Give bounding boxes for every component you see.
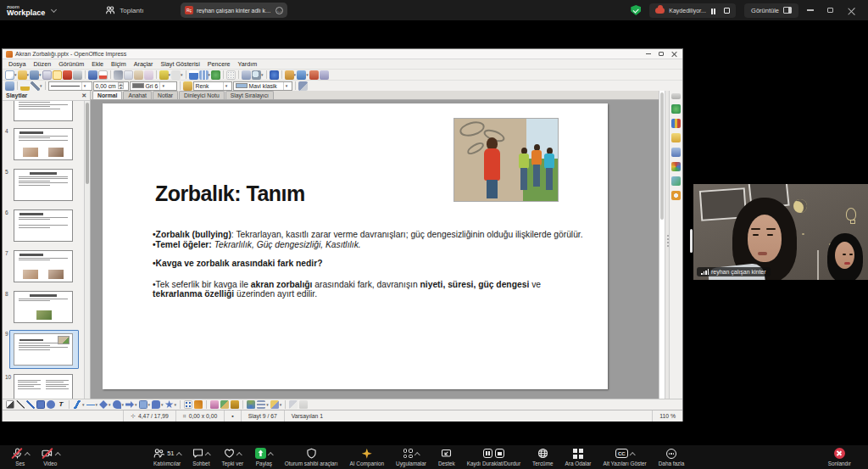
menu-pencere[interactable]: Pencere <box>204 60 234 68</box>
slides-panel-body[interactable]: 4 5 6 <box>3 101 90 399</box>
navigator-icon[interactable] <box>242 70 251 80</box>
slide-thumbnail-7[interactable] <box>14 250 73 282</box>
line-width-spinner[interactable]: ▴▾ <box>118 82 124 89</box>
fontwork-icon[interactable] <box>210 400 219 409</box>
menu-slayt-gosterisi[interactable]: Slayt Gösterisi <box>157 60 203 68</box>
active-meeting-tab[interactable]: Rç reyhan çalışan kinter adlı kişinin ..… <box>181 3 287 18</box>
end-meeting-button[interactable]: Sonlandır <box>822 445 863 469</box>
impress-close-button[interactable] <box>671 51 677 57</box>
table-icon[interactable] <box>199 70 209 80</box>
tab-anahat[interactable]: Anahat <box>123 91 152 99</box>
impress-maximize-button[interactable] <box>659 52 664 56</box>
scrollbar-thumb[interactable] <box>660 92 664 220</box>
line-color-select[interactable]: Gri 6▾ <box>130 81 177 91</box>
alignment-icon[interactable] <box>257 400 265 409</box>
share-chevron[interactable] <box>268 452 273 457</box>
block-arrows-icon[interactable] <box>125 400 134 409</box>
connector-tool-icon[interactable] <box>86 400 95 409</box>
translate-button[interactable]: Tercüme <box>526 445 559 469</box>
basic-shapes-icon[interactable] <box>99 400 108 409</box>
canvas-vertical-scrollbar[interactable] <box>659 91 665 399</box>
maximize-button[interactable] <box>827 8 839 13</box>
minimize-button[interactable] <box>807 9 819 10</box>
export-pdf-icon[interactable] <box>63 70 72 80</box>
from-file-icon[interactable] <box>220 400 229 409</box>
pause-recording-button[interactable] <box>710 3 716 18</box>
zoom-level[interactable]: 110 % <box>652 410 682 422</box>
reactions-chevron[interactable] <box>236 452 242 457</box>
spellcheck-icon[interactable] <box>88 70 97 80</box>
view-button[interactable]: Görüntüle <box>744 3 798 18</box>
cut-icon[interactable] <box>114 70 123 80</box>
host-tools-button[interactable]: Oturum sahibi araçları <box>279 445 344 469</box>
meeting-tab[interactable]: Toplantı <box>105 5 143 15</box>
save-icon[interactable] <box>30 70 39 80</box>
current-slide[interactable]: Zorbalık: Tanım <box>103 103 608 389</box>
text-tool-icon[interactable]: T <box>57 400 65 409</box>
arrange-icon[interactable] <box>270 400 279 409</box>
line-tool-icon[interactable] <box>16 400 25 409</box>
slide-thumbnail-9-selected[interactable]: 9 <box>9 330 79 369</box>
tab-notlar[interactable]: Notlar <box>153 91 178 99</box>
shapes-icon[interactable] <box>671 148 681 157</box>
panel-scrollbar[interactable] <box>84 101 90 399</box>
line-color-icon[interactable] <box>20 81 30 91</box>
video-button[interactable]: Video <box>36 445 66 469</box>
video-panel-handle[interactable] <box>690 229 693 253</box>
symbol-shapes-icon[interactable] <box>113 400 121 409</box>
slide-canvas[interactable]: Zorbalık: Tanım <box>91 100 659 399</box>
shadow-toggle-icon[interactable] <box>289 400 298 409</box>
slide-thumbnail-9[interactable] <box>14 333 73 366</box>
paste-icon[interactable] <box>134 70 143 80</box>
close-button[interactable] <box>848 7 860 14</box>
edit-file-icon[interactable] <box>53 70 62 80</box>
ellipse-tool-icon[interactable] <box>47 400 55 409</box>
menu-gorunum[interactable]: Görünüm <box>55 60 87 68</box>
stop-recording-button[interactable] <box>724 8 730 14</box>
tab-dinleyici-notu[interactable]: Dinleyici Notu <box>179 91 225 99</box>
slide-design-icon[interactable] <box>297 70 306 80</box>
tab-normal[interactable]: Normal <box>92 91 122 99</box>
styles-panel-icon[interactable] <box>5 81 14 91</box>
impress-minimize-button[interactable] <box>646 53 651 54</box>
transition-icon[interactable] <box>671 191 681 200</box>
menu-ekle[interactable]: Ekle <box>88 60 107 68</box>
video-options-chevron[interactable] <box>55 452 60 457</box>
menu-araclar[interactable]: Araçlar <box>131 60 157 68</box>
print-icon[interactable] <box>73 70 82 80</box>
email-icon[interactable] <box>42 70 52 80</box>
redo-icon[interactable] <box>171 70 181 80</box>
pause-record-icon[interactable] <box>483 449 492 458</box>
breakout-rooms-button[interactable]: Ara Odalar <box>559 445 598 469</box>
autospellcheck-icon[interactable] <box>98 70 108 80</box>
slide-thumbnail-6[interactable] <box>14 209 73 242</box>
reactions-button[interactable]: Tepki ver <box>216 445 250 469</box>
gallery-icon[interactable] <box>671 133 681 142</box>
chart-icon[interactable] <box>189 70 198 80</box>
slide-show-icon[interactable] <box>309 70 319 80</box>
edit-points-icon[interactable] <box>184 400 192 409</box>
security-shield-icon[interactable] <box>631 5 641 15</box>
menu-bicim[interactable]: Biçim <box>108 60 130 68</box>
slide-thumbnail-5[interactable] <box>14 169 73 201</box>
participants-chevron[interactable] <box>176 452 181 457</box>
participants-button[interactable]: 51 Katılımcılar <box>147 445 186 469</box>
tab-slayt-siralayici[interactable]: Slayt Sıralayıcı <box>225 91 274 99</box>
flowchart-icon[interactable] <box>139 400 147 409</box>
ai-companion-button[interactable]: AI Companion <box>344 445 391 469</box>
rotate-icon[interactable] <box>247 400 255 409</box>
presentation-icon[interactable] <box>320 70 329 80</box>
shadow-icon[interactable] <box>298 81 308 91</box>
arrow-tool-icon[interactable] <box>26 400 35 409</box>
select-tool-icon[interactable] <box>6 400 14 409</box>
panel-scrollbar-thumb[interactable] <box>86 103 89 184</box>
participant-video[interactable]: reyhan çalışan kinter <box>693 184 868 280</box>
gallery-tool-icon[interactable] <box>231 400 239 409</box>
help-icon[interactable] <box>270 70 279 80</box>
crop-icon[interactable] <box>299 400 308 409</box>
menu-duzen[interactable]: Düzen <box>30 60 54 68</box>
fill-color-select[interactable]: Mavi klasik▾ <box>233 81 292 91</box>
hyperlink-icon[interactable] <box>211 70 220 80</box>
navigator-panel-icon[interactable] <box>671 176 681 186</box>
audio-options-chevron[interactable] <box>25 452 30 457</box>
